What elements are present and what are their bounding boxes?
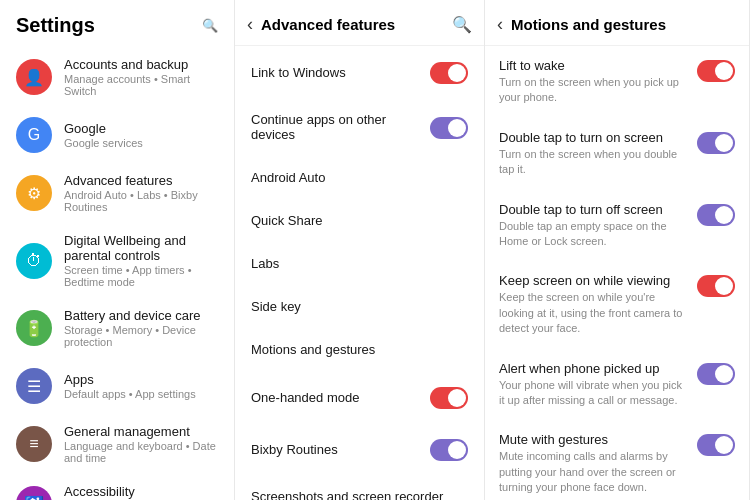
right-item-keep-screen[interactable]: Keep screen on while viewing Keep the sc… bbox=[485, 261, 749, 348]
motions-gestures-back[interactable]: ‹ bbox=[497, 14, 503, 35]
one-handed-toggle[interactable] bbox=[430, 387, 468, 409]
one-handed-label: One-handed mode bbox=[251, 390, 359, 405]
double-tap-off-toggle[interactable] bbox=[697, 204, 735, 226]
right-item-double-tap-off[interactable]: Double tap to turn off screen Double tap… bbox=[485, 190, 749, 262]
right-item-double-tap-on[interactable]: Double tap to turn on screen Turn on the… bbox=[485, 118, 749, 190]
alert-phone-toggle[interactable] bbox=[697, 363, 735, 385]
settings-panel: Settings 🔍 👤 Accounts and backup Manage … bbox=[0, 0, 235, 500]
accounts-text: Accounts and backup Manage accounts • Sm… bbox=[64, 57, 218, 97]
middle-item-bixby-routines[interactable]: Bixby Routines bbox=[235, 423, 484, 475]
lift-to-wake-text: Lift to wake Turn on the screen when you… bbox=[499, 58, 687, 106]
apps-title: Apps bbox=[64, 372, 196, 387]
wellbeing-icon: ⏱ bbox=[16, 243, 52, 279]
middle-item-screenshots[interactable]: Screenshots and screen recorder bbox=[235, 475, 484, 500]
mute-gestures-title: Mute with gestures bbox=[499, 432, 687, 447]
middle-item-android-auto[interactable]: Android Auto bbox=[235, 156, 484, 199]
advanced-features-search-icon[interactable]: 🔍 bbox=[452, 15, 472, 34]
middle-item-motions-gestures[interactable]: Motions and gestures bbox=[235, 328, 484, 371]
right-item-mute-gestures[interactable]: Mute with gestures Mute incoming calls a… bbox=[485, 420, 749, 500]
double-tap-on-title: Double tap to turn on screen bbox=[499, 130, 687, 145]
android-auto-label: Android Auto bbox=[251, 170, 325, 185]
bixby-routines-toggle[interactable] bbox=[430, 439, 468, 461]
double-tap-on-text: Double tap to turn on screen Turn on the… bbox=[499, 130, 687, 178]
wellbeing-text: Digital Wellbeing and parental controls … bbox=[64, 233, 218, 288]
middle-item-link-windows[interactable]: Link to Windows bbox=[235, 46, 484, 98]
link-windows-toggle[interactable] bbox=[430, 62, 468, 84]
screenshots-label: Screenshots and screen recorder bbox=[251, 489, 443, 500]
keep-screen-title: Keep screen on while viewing bbox=[499, 273, 687, 288]
middle-item-continue-apps[interactable]: Continue apps on other devices bbox=[235, 98, 484, 156]
settings-list: 👤 Accounts and backup Manage accounts • … bbox=[0, 47, 234, 500]
middle-item-labs[interactable]: Labs bbox=[235, 242, 484, 285]
middle-item-quick-share[interactable]: Quick Share bbox=[235, 199, 484, 242]
battery-subtitle: Storage • Memory • Device protection bbox=[64, 324, 218, 348]
accessibility-title: Accessibility bbox=[64, 484, 218, 499]
motions-gestures-title: Motions and gestures bbox=[511, 16, 737, 33]
general-title: General management bbox=[64, 424, 218, 439]
continue-apps-toggle[interactable] bbox=[430, 117, 468, 139]
sidebar-item-general[interactable]: ≡ General management Language and keyboa… bbox=[0, 414, 234, 474]
mute-gestures-desc: Mute incoming calls and alarms by puttin… bbox=[499, 449, 687, 495]
double-tap-off-desc: Double tap an empty space on the Home or… bbox=[499, 219, 687, 250]
general-subtitle: Language and keyboard • Date and time bbox=[64, 440, 218, 464]
google-icon: G bbox=[16, 117, 52, 153]
keep-screen-desc: Keep the screen on while you're looking … bbox=[499, 290, 687, 336]
link-windows-label: Link to Windows bbox=[251, 65, 346, 80]
labs-label: Labs bbox=[251, 256, 279, 271]
motions-gestures-header: ‹ Motions and gestures bbox=[485, 0, 749, 46]
sidebar-item-accessibility[interactable]: ♿ Accessibility TalkBack • Mono audio • … bbox=[0, 474, 234, 500]
keep-screen-text: Keep screen on while viewing Keep the sc… bbox=[499, 273, 687, 336]
settings-header: Settings 🔍 bbox=[0, 0, 234, 47]
accessibility-text: Accessibility TalkBack • Mono audio • As… bbox=[64, 484, 218, 500]
mute-gestures-toggle[interactable] bbox=[697, 434, 735, 456]
advanced-subtitle: Android Auto • Labs • Bixby Routines bbox=[64, 189, 218, 213]
alert-phone-title: Alert when phone picked up bbox=[499, 361, 687, 376]
sidebar-item-apps[interactable]: ☰ Apps Default apps • App settings bbox=[0, 358, 234, 414]
battery-text: Battery and device care Storage • Memory… bbox=[64, 308, 218, 348]
accessibility-icon: ♿ bbox=[16, 486, 52, 500]
sidebar-item-advanced[interactable]: ⚙ Advanced features Android Auto • Labs … bbox=[0, 163, 234, 223]
battery-icon: 🔋 bbox=[16, 310, 52, 346]
alert-phone-text: Alert when phone picked up Your phone wi… bbox=[499, 361, 687, 409]
advanced-title: Advanced features bbox=[64, 173, 218, 188]
double-tap-on-toggle[interactable] bbox=[697, 132, 735, 154]
lift-to-wake-desc: Turn on the screen when you pick up your… bbox=[499, 75, 687, 106]
keep-screen-toggle[interactable] bbox=[697, 275, 735, 297]
right-item-lift-to-wake[interactable]: Lift to wake Turn on the screen when you… bbox=[485, 46, 749, 118]
advanced-features-panel: ‹ Advanced features 🔍 Link to Windows Co… bbox=[235, 0, 485, 500]
advanced-text: Advanced features Android Auto • Labs • … bbox=[64, 173, 218, 213]
settings-search-icon[interactable]: 🔍 bbox=[202, 18, 218, 33]
advanced-features-list: Link to Windows Continue apps on other d… bbox=[235, 46, 484, 500]
accounts-title: Accounts and backup bbox=[64, 57, 218, 72]
sidebar-item-wellbeing[interactable]: ⏱ Digital Wellbeing and parental control… bbox=[0, 223, 234, 298]
right-item-alert-phone[interactable]: Alert when phone picked up Your phone wi… bbox=[485, 349, 749, 421]
mute-gestures-text: Mute with gestures Mute incoming calls a… bbox=[499, 432, 687, 495]
google-title: Google bbox=[64, 121, 143, 136]
google-subtitle: Google services bbox=[64, 137, 143, 149]
lift-to-wake-toggle[interactable] bbox=[697, 60, 735, 82]
motions-gestures-label: Motions and gestures bbox=[251, 342, 375, 357]
sidebar-item-battery[interactable]: 🔋 Battery and device care Storage • Memo… bbox=[0, 298, 234, 358]
double-tap-on-desc: Turn on the screen when you double tap i… bbox=[499, 147, 687, 178]
battery-title: Battery and device care bbox=[64, 308, 218, 323]
double-tap-off-title: Double tap to turn off screen bbox=[499, 202, 687, 217]
accounts-subtitle: Manage accounts • Smart Switch bbox=[64, 73, 218, 97]
advanced-features-header: ‹ Advanced features 🔍 bbox=[235, 0, 484, 46]
side-key-label: Side key bbox=[251, 299, 301, 314]
bixby-routines-label: Bixby Routines bbox=[251, 442, 338, 457]
middle-item-side-key[interactable]: Side key bbox=[235, 285, 484, 328]
lift-to-wake-title: Lift to wake bbox=[499, 58, 687, 73]
motions-gestures-list: Lift to wake Turn on the screen when you… bbox=[485, 46, 749, 500]
apps-subtitle: Default apps • App settings bbox=[64, 388, 196, 400]
middle-item-one-handed[interactable]: One-handed mode bbox=[235, 371, 484, 423]
general-icon: ≡ bbox=[16, 426, 52, 462]
apps-text: Apps Default apps • App settings bbox=[64, 372, 196, 400]
wellbeing-title: Digital Wellbeing and parental controls bbox=[64, 233, 218, 263]
quick-share-label: Quick Share bbox=[251, 213, 323, 228]
sidebar-item-accounts[interactable]: 👤 Accounts and backup Manage accounts • … bbox=[0, 47, 234, 107]
motions-gestures-panel: ‹ Motions and gestures Lift to wake Turn… bbox=[485, 0, 750, 500]
sidebar-item-google[interactable]: G Google Google services bbox=[0, 107, 234, 163]
accounts-icon: 👤 bbox=[16, 59, 52, 95]
advanced-features-back[interactable]: ‹ bbox=[247, 14, 253, 35]
double-tap-off-text: Double tap to turn off screen Double tap… bbox=[499, 202, 687, 250]
